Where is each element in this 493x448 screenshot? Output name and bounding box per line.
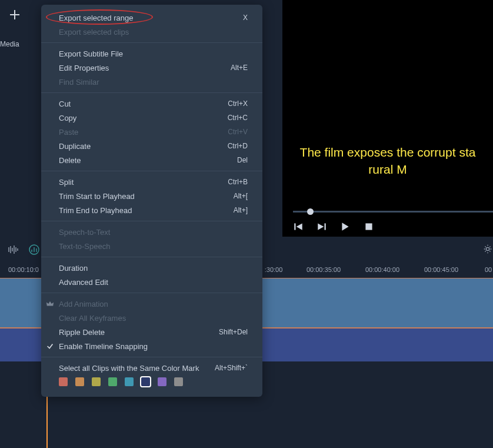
menu-item-label: Export Subtitle File <box>59 49 248 58</box>
menu-item-label: Export selected range <box>59 14 243 22</box>
color-swatch[interactable] <box>59 377 68 386</box>
caption-line: rural M <box>291 161 485 178</box>
time-tick: 00:00:45:00 <box>424 266 458 273</box>
menu-item-label: Duplicate <box>59 142 228 151</box>
svg-rect-2 <box>294 223 295 230</box>
menu-speech-to-text: Speech-to-Text <box>41 225 262 239</box>
color-swatch[interactable] <box>158 377 166 386</box>
menu-item-label: Cut <box>59 99 228 108</box>
audio-meter-icon[interactable] <box>28 244 40 255</box>
waveform-icon[interactable] <box>7 244 19 255</box>
time-tick: :30:00 <box>265 266 283 273</box>
crown-icon <box>46 300 54 308</box>
timeline-toolbar <box>7 244 40 255</box>
video-preview: The film exposes the corrupt sta rural M <box>282 0 493 237</box>
menu-item-label: Find Similar <box>59 78 248 87</box>
step-back-button[interactable] <box>293 221 304 232</box>
menu-item-label: Text-to-Speech <box>59 242 248 251</box>
menu-ripple-delete[interactable]: Ripple Delete Shift+Del <box>41 325 262 339</box>
menu-item-label: Ripple Delete <box>59 328 219 337</box>
menu-item-label: Paste <box>59 128 228 137</box>
color-swatch[interactable] <box>174 377 183 386</box>
color-swatch-row <box>41 375 262 391</box>
menu-item-label: Speech-to-Text <box>59 228 248 237</box>
menu-find-similar: Find Similar <box>41 75 262 89</box>
color-swatch[interactable] <box>125 377 134 386</box>
slider-track <box>293 211 493 213</box>
menu-item-label: Edit Properties <box>59 64 231 72</box>
menu-item-shortcut: Ctrl+C <box>228 114 248 122</box>
color-swatch[interactable] <box>108 377 117 386</box>
step-forward-button[interactable] <box>317 221 327 232</box>
menu-item-label: Clear All Keyframes <box>59 314 248 323</box>
menu-text-to-speech: Text-to-Speech <box>41 239 262 253</box>
menu-add-animation: Add Animation <box>41 297 262 311</box>
color-swatch[interactable] <box>92 377 101 386</box>
menu-item-shortcut: Del <box>237 156 248 164</box>
color-swatch[interactable] <box>75 377 84 386</box>
slider-thumb[interactable] <box>307 208 314 215</box>
menu-item-shortcut: Alt+Shift+` <box>215 364 248 372</box>
svg-rect-7 <box>365 223 372 230</box>
menu-item-label: Enable Timeline Snapping <box>59 342 248 351</box>
media-tab-label[interactable]: Media <box>0 40 19 48</box>
add-button[interactable] <box>8 8 22 22</box>
menu-duplicate[interactable]: Duplicate Ctrl+D <box>41 139 262 153</box>
menu-item-shortcut: Ctrl+D <box>228 142 248 150</box>
svg-marker-3 <box>297 223 302 230</box>
menu-item-shortcut: Ctrl+V <box>228 128 248 136</box>
menu-clear-all-keyframes: Clear All Keyframes <box>41 311 262 325</box>
menu-item-shortcut: Ctrl+X <box>228 99 248 108</box>
menu-item-label: Export selected clips <box>59 28 248 36</box>
menu-enable-timeline-snapping[interactable]: Enable Timeline Snapping <box>41 339 262 353</box>
menu-item-label: Split <box>59 178 228 187</box>
menu-item-label: Trim Start to Playhead <box>59 192 234 201</box>
menu-item-label: Copy <box>59 114 228 122</box>
check-icon <box>46 342 54 350</box>
time-tick: 00 <box>485 266 492 273</box>
menu-item-shortcut: Ctrl+B <box>228 178 248 186</box>
menu-item-label: Delete <box>59 156 237 165</box>
video-caption: The film exposes the corrupt sta rural M <box>282 144 493 178</box>
time-tick: 00:00:40:00 <box>365 266 399 273</box>
menu-item-shortcut: Alt+E <box>231 64 248 72</box>
time-tick: 00:00:35:00 <box>307 266 341 273</box>
svg-marker-6 <box>342 223 348 231</box>
menu-export-selected-clips: Export selected clips <box>41 25 262 39</box>
gear-icon[interactable] <box>482 244 493 254</box>
play-button[interactable] <box>340 221 351 232</box>
svg-rect-5 <box>325 223 326 230</box>
menu-export-subtitle-file[interactable]: Export Subtitle File <box>41 47 262 61</box>
preview-controls <box>293 221 374 232</box>
menu-split[interactable]: Split Ctrl+B <box>41 175 262 189</box>
menu-item-shortcut: Shift+Del <box>219 328 248 336</box>
menu-item-label: Add Animation <box>59 300 248 308</box>
menu-item-shortcut: Alt+[ <box>234 192 248 200</box>
menu-item-label: Advanced Edit <box>59 278 248 287</box>
menu-item-label: Duration <box>59 264 248 273</box>
menu-edit-properties[interactable]: Edit Properties Alt+E <box>41 61 262 75</box>
menu-trim-end-to-playhead[interactable]: Trim End to Playhead Alt+] <box>41 203 262 217</box>
menu-item-label: Select all Clips with the Same Color Mar… <box>59 364 215 373</box>
color-swatch[interactable] <box>141 377 150 386</box>
menu-item-shortcut: X <box>243 14 248 22</box>
context-menu: Export selected range X Export selected … <box>41 5 262 397</box>
stop-button[interactable] <box>364 221 374 232</box>
svg-marker-4 <box>318 223 324 230</box>
menu-advanced-edit[interactable]: Advanced Edit <box>41 275 262 289</box>
menu-select-clips-same-color[interactable]: Select all Clips with the Same Color Mar… <box>41 361 262 375</box>
menu-item-shortcut: Alt+] <box>234 206 248 214</box>
caption-line: The film exposes the corrupt sta <box>291 144 485 161</box>
menu-duration[interactable]: Duration <box>41 261 262 275</box>
menu-copy[interactable]: Copy Ctrl+C <box>41 111 262 125</box>
menu-cut[interactable]: Cut Ctrl+X <box>41 97 262 111</box>
menu-delete[interactable]: Delete Del <box>41 153 262 167</box>
menu-paste: Paste Ctrl+V <box>41 125 262 139</box>
preview-progress-slider[interactable] <box>293 208 493 214</box>
menu-item-label: Trim End to Playhead <box>59 206 234 215</box>
menu-trim-start-to-playhead[interactable]: Trim Start to Playhead Alt+[ <box>41 189 262 203</box>
menu-export-selected-range[interactable]: Export selected range X <box>41 11 262 25</box>
time-tick: 00:00:10:0 <box>8 266 39 273</box>
svg-point-18 <box>486 247 489 250</box>
